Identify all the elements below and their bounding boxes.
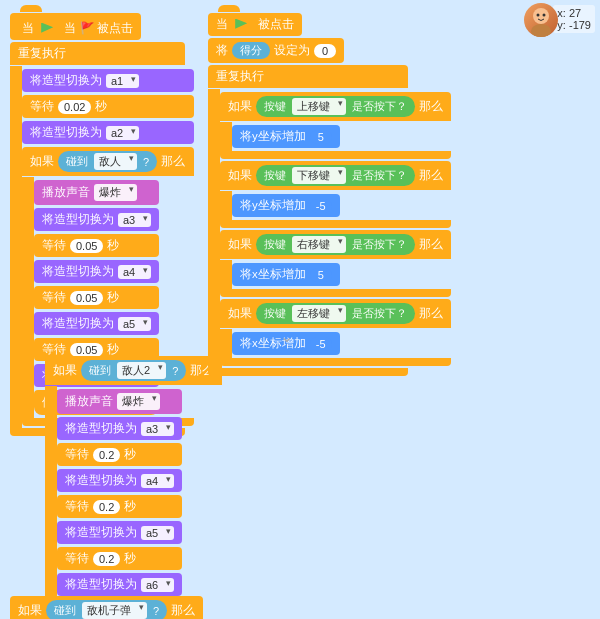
costume-block-a6b: 将造型切换为 a6 (57, 573, 182, 596)
if-down-block: 如果 按键 下移键 是否按下？ 那么 将y坐标增加 -5 (220, 160, 451, 228)
repeat-block-left: 重复执行 (10, 42, 185, 65)
hat-block-right: 当 被点击 (208, 13, 302, 36)
change-y-up: 将y坐标增加 5 (232, 125, 340, 148)
sound-block-1: 播放声音 爆炸 (34, 180, 159, 205)
script-connector: ⌄ (280, 327, 293, 346)
if-left-block: 如果 按键 左移键 是否按下？ 那么 将x坐标增加 -5 (220, 298, 451, 366)
avatar-icon (524, 3, 558, 37)
coordinates-display: x: 27 y: -179 (553, 5, 595, 33)
set-score-block: 将 得分 设定为 0 (208, 38, 344, 63)
coord-x: x: 27 (557, 7, 591, 19)
wait-block-3: 等待 0.05 秒 (34, 286, 159, 309)
repeat-label-right: 重复执行 (216, 69, 264, 84)
costume-block-a3: 将造型切换为 a3 (34, 208, 159, 231)
wait-block-1: 等待 0.02 秒 (22, 95, 194, 118)
change-x-right: 将x坐标增加 5 (232, 263, 340, 286)
costume-block-a1: 将造型切换为 a1 (22, 69, 194, 92)
hat-block-left: 当 当 🚩 被点击 (10, 13, 141, 40)
costume-block-a5: 将造型切换为 a5 (34, 312, 159, 335)
left-script-2: 如果 碰到 敌人2 ? 那么 播放声音 爆炸 将造型切换为 a3 等待 0.2 (45, 355, 222, 619)
wait-block-5: 等待 0.2 秒 (57, 443, 182, 466)
coord-y: y: -179 (557, 19, 591, 31)
change-y-down: 将y坐标增加 -5 (232, 194, 340, 217)
svg-point-2 (537, 14, 540, 17)
svg-point-3 (543, 14, 546, 17)
right-script: 当 被点击 将 得分 设定为 0 重复执行 如果 (208, 5, 451, 376)
costume-block-a4: 将造型切换为 a4 (34, 260, 159, 283)
if-up-block: 如果 按键 上移键 是否按下？ 那么 将y坐标增加 5 (220, 91, 451, 159)
costume-block-a3b: 将造型切换为 a3 (57, 417, 182, 440)
sound-block-2: 播放声音 爆炸 (57, 389, 182, 414)
avatar[interactable] (524, 3, 558, 37)
svg-point-1 (531, 24, 551, 37)
wait-block-7: 等待 0.2 秒 (57, 547, 182, 570)
repeat-label-left: 重复执行 (18, 46, 66, 61)
wait-block-6: 等待 0.2 秒 (57, 495, 182, 518)
wait-block-2: 等待 0.05 秒 (34, 234, 159, 257)
repeat-block-right: 重复执行 (208, 65, 408, 88)
costume-block-a4b: 将造型切换为 a4 (57, 469, 182, 492)
if-enemy2-block: 如果 碰到 敌人2 ? 那么 播放声音 爆炸 将造型切换为 a3 等待 0.2 (45, 355, 222, 619)
hat-label-left: 当 🚩 被点击 (64, 21, 132, 36)
svg-point-0 (533, 8, 549, 24)
left-script-3: 如果 碰到 敌机子弹 ? 那么 (10, 595, 203, 619)
costume-block-a5b: 将造型切换为 a5 (57, 521, 182, 544)
if-right-block: 如果 按键 右移键 是否按下？ 那么 将x坐标增加 5 (220, 229, 451, 297)
costume-block-a2: 将造型切换为 a2 (22, 121, 194, 144)
